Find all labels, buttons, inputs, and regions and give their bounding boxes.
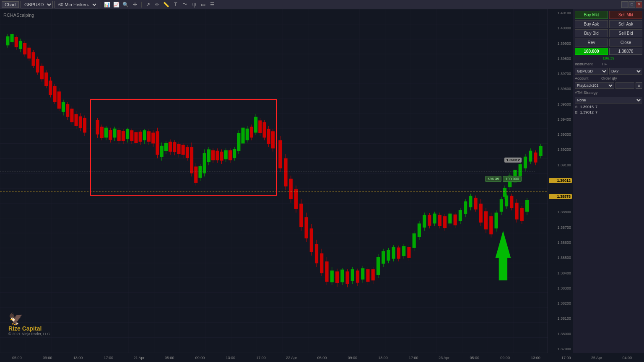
magnify-icon[interactable]: 🔍 [122,1,130,8]
svg-rect-219 [464,202,467,214]
strategy-label: RCHAScalping [3,13,34,18]
svg-rect-183 [371,269,375,280]
svg-rect-101 [177,144,180,154]
svg-rect-83 [139,132,142,142]
time-label: 17:00 [93,356,124,360]
sell-mkt-button[interactable]: Sell Mkt [609,11,642,19]
wave-icon[interactable]: 〜 [181,1,189,8]
timeframe-dropdown[interactable]: 60 Min Heiken- [55,1,98,8]
svg-rect-233 [500,199,503,212]
svg-rect-57 [75,114,78,126]
atm-strategy-label: ATM Strategy [575,90,642,95]
order-qty-display[interactable]: 100.000 [575,48,608,55]
svg-rect-73 [117,130,121,141]
toolbar-separator-1 [101,2,101,8]
svg-rect-51 [62,102,65,112]
svg-rect-149 [284,158,287,186]
account-select[interactable]: Playback101 [575,82,614,89]
price-label: 1.38300 [549,286,572,290]
chart-menu-button[interactable]: Chart [2,1,19,8]
svg-rect-167 [330,271,334,282]
buy-mkt-button[interactable]: Buy Mkt [575,11,608,19]
svg-rect-121 [220,152,223,161]
svg-rect-245 [503,188,506,197]
svg-rect-173 [345,272,349,284]
svg-rect-175 [351,269,354,281]
time-label: 05:00 [307,356,338,360]
close-button[interactable]: Close [609,39,642,47]
svg-rect-215 [454,215,457,225]
arrow-icon[interactable]: ↗ [144,1,152,8]
close-button[interactable]: ✕ [636,1,642,8]
svg-rect-195 [402,246,405,256]
svg-rect-119 [216,151,219,160]
draw-icon[interactable]: ✏ [153,1,161,8]
svg-rect-205 [428,215,431,226]
svg-rect-89 [151,133,155,144]
svg-rect-69 [109,130,112,140]
svg-rect-71 [113,129,116,138]
time-label: 13:00 [63,356,93,360]
menu-icon[interactable]: ☰ [209,1,216,8]
svg-rect-109 [194,166,197,183]
svg-rect-65 [100,127,104,138]
svg-rect-251 [519,164,522,176]
buy-bid-button[interactable]: Buy Bid [575,29,608,37]
sell-ask-button[interactable]: Sell Ask [609,20,642,28]
svg-rect-223 [474,198,478,209]
order-qty-badge: 100.000 [503,176,522,182]
svg-rect-95 [164,143,168,151]
svg-rect-43 [44,72,48,86]
bar-chart-icon[interactable]: 📊 [104,1,111,8]
svg-rect-235 [505,196,508,207]
svg-rect-29 [15,37,18,47]
svg-rect-133 [246,129,249,140]
svg-rect-113 [203,153,206,173]
tif-select[interactable]: DAY [609,68,642,75]
minimize-button[interactable]: _ [621,1,628,8]
svg-rect-37 [32,52,35,66]
svg-rect-139 [258,120,262,133]
text-icon[interactable]: T [172,1,179,8]
instrument-select[interactable]: GBPUSD [575,68,608,75]
watermark: 🦅 Rize Capital © 2021 NinjaTrader, LLC [8,313,50,336]
svg-rect-253 [524,157,527,168]
svg-rect-225 [479,204,483,222]
time-label: 17:00 [246,356,276,360]
line-chart-icon[interactable]: 📈 [113,1,120,8]
order-qty-input[interactable]: 1.000 [615,82,634,89]
svg-rect-117 [211,150,215,160]
price-axis: 1.40100 1.40000 1.39900 1.39800 1.39700 … [548,9,573,353]
instrument-label: Instrument [575,62,600,66]
symbol-dropdown[interactable]: GBPUSD [21,1,53,8]
crosshair-icon[interactable]: ✛ [131,1,139,8]
b-label: B: [575,110,579,114]
svg-rect-85 [143,130,146,140]
svg-rect-87 [147,131,151,142]
buy-sell-row-1: Buy Mkt Sell Mkt [575,11,642,19]
svg-rect-47 [53,86,57,102]
svg-rect-53 [66,104,69,117]
rect-icon[interactable]: ▭ [200,1,207,8]
fibonacci-icon[interactable]: ψ [190,1,198,8]
rev-button[interactable]: Rev [575,39,608,47]
chart-area[interactable]: RCHAScalping [0,9,548,353]
order-qty-spin-button[interactable]: ≡ [636,82,642,89]
svg-rect-49 [57,91,61,109]
svg-rect-129 [237,133,240,151]
atm-strategy-select[interactable]: None [575,97,642,103]
svg-rect-31 [19,41,22,49]
sell-bid-button[interactable]: Sell Bid [609,29,642,37]
svg-rect-153 [294,189,298,209]
time-label: 13:00 [368,356,398,360]
buy-ask-button[interactable]: Buy Ask [575,20,608,28]
svg-rect-213 [448,214,452,224]
right-panel: Buy Mkt Sell Mkt Buy Ask Sell Ask Buy Bi… [573,9,644,353]
price-label: 1.39300 [549,132,572,137]
svg-rect-237 [510,196,513,208]
b-price-row: B: 1.39012 7 [575,110,642,114]
current-price-axis-label: 1.39012 [549,178,572,183]
maximize-button[interactable]: □ [628,1,635,8]
price-label: 1.37900 [549,347,572,351]
ruler-icon[interactable]: 📏 [163,1,170,8]
